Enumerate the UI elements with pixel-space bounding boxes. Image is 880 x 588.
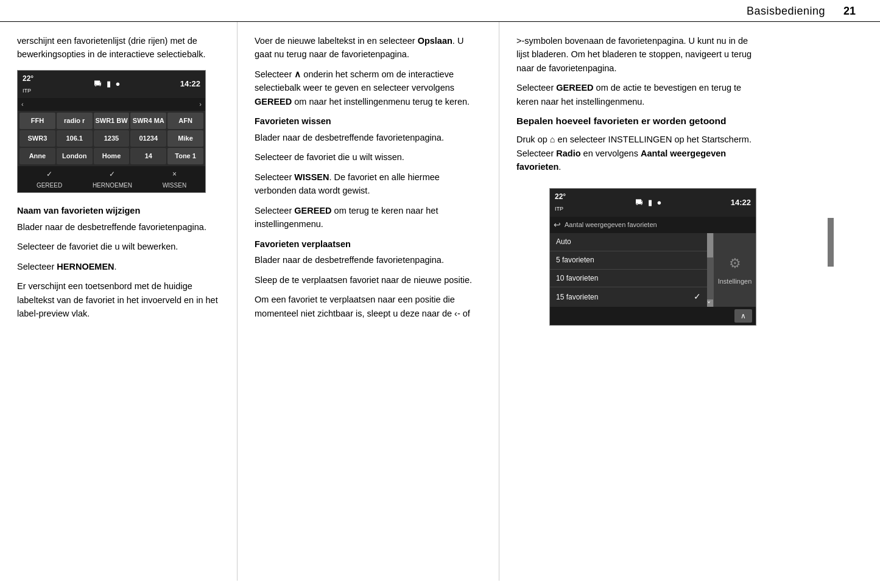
radio-cell-tone1[interactable]: Tone 1 [167, 148, 203, 164]
right-p1: >-symbolen bovenaan de favorietenpagina.… [516, 34, 756, 75]
sw-time: 14:22 [731, 197, 751, 209]
gear-icon: ⚙ [729, 253, 741, 274]
section-title-bepalen: Bepalen hoeveel favorieten er worden get… [516, 114, 756, 128]
radio-cell-radior[interactable]: radio r [57, 113, 93, 129]
rename-p1: Blader naar de desbetreffende favorieten… [17, 220, 220, 234]
sw-nav-bar: ↩ Aantal weergegeven favorieten [550, 217, 756, 234]
sw-back-icon[interactable]: ↩ [554, 219, 561, 232]
rename-p4: Er verschijnt een toetsenbord met de hui… [17, 279, 220, 320]
radio-cell-home[interactable]: Home [94, 148, 130, 164]
sw-content-row: Auto 5 favorieten 10 favorieten 15 favor… [550, 233, 756, 306]
radio-top-bar: 22° ITP ⛟ ▮ ● 14:22 [18, 71, 205, 98]
radio-time: 14:22 [180, 78, 200, 90]
list-item-15fav[interactable]: 15 favorieten ✓ [550, 287, 707, 307]
nav-right-icon[interactable]: › [199, 99, 202, 110]
hernoemen-button[interactable]: ✓ HERNOEMEN [93, 169, 132, 190]
nav-left-icon[interactable]: ‹ [21, 99, 24, 110]
radio-grid: FFH radio r SWR1 BW SWR4 MA AFN SWR3 106… [18, 111, 205, 166]
radio-icons: ⛟ ▮ ● [94, 78, 121, 90]
radio-cell-swr3[interactable]: SWR3 [19, 130, 55, 147]
radio-cell-afn[interactable]: AFN [167, 113, 203, 129]
wissen-p1: Blader naar de desbetreffende favorieten… [255, 131, 482, 144]
left-column: verschijnt een favorietenlijst (drie rij… [0, 22, 238, 581]
scroll-down: ˅ [707, 299, 713, 307]
sw-bottom-bar: ∧ [550, 307, 756, 326]
right-p2: Selecteer GEREED om de actie te bevestig… [516, 81, 756, 108]
radio-cell-swr4ma[interactable]: SWR4 MA [130, 113, 166, 129]
list-item-5fav[interactable]: 5 favorieten [550, 251, 707, 270]
right-p3: Druk op ⌂ en selecteer INSTELLINGEN op h… [516, 133, 756, 173]
sw-list-header-label: Aantal weergegeven favorieten [565, 220, 657, 230]
road-icon: ⛟ [94, 78, 102, 90]
section-title-rename: Naam van favorieten wijzigen [17, 204, 220, 217]
opslaan-label: Opslaan [418, 36, 452, 46]
page-header: Basisbediening 21 [0, 0, 880, 22]
middle-column: Voer de nieuwe labeltekst in en selectee… [238, 22, 499, 581]
rename-p3: Selecteer HERNOEMEN. [17, 260, 220, 273]
wissen-p3: Selecteer WISSEN. De favoriet en alle hi… [255, 170, 482, 198]
wissen-p4: Selecteer GEREED om terug te keren naar … [255, 204, 482, 231]
sw-bar-icon: ▮ [648, 197, 652, 209]
settings-label: Instellingen [718, 276, 752, 287]
rename-p2: Selecteer de favoriet die u wilt bewerke… [17, 240, 220, 253]
radio-cell-ffh[interactable]: FFH [19, 113, 55, 129]
radio-nav-bar: ‹ › [18, 98, 205, 111]
verplaatsen-p1: Blader naar de desbetreffende favorieten… [255, 253, 482, 267]
scroll-track: ˅ [707, 233, 713, 306]
radio-cell-anne[interactable]: Anne [19, 148, 55, 164]
radio-cell-mike[interactable]: Mike [167, 130, 203, 147]
mid-p1: Voer de nieuwe labeltekst in en selectee… [255, 34, 482, 61]
sw-temp: 22° ITP [555, 191, 566, 214]
list-item-10fav[interactable]: 10 favorieten [550, 270, 707, 288]
hernoemen-label: HERNOEMEN [57, 262, 114, 271]
section-title-verplaatsen: Favorieten verplaatsen [255, 237, 482, 251]
wissen-button[interactable]: × WISSEN [163, 169, 186, 190]
scrollbar [828, 218, 834, 267]
settings-side-panel: ⚙ Instellingen [713, 233, 756, 306]
radio-temp: 22° ITP [23, 73, 33, 96]
radio-widget-left: 22° ITP ⛟ ▮ ● 14:22 ‹ › FFH radio r SWR [17, 70, 206, 193]
settings-widget: 22° ITP ⛟ ▮ ● 14:22 ↩ Aantal weergegeven… [549, 188, 756, 326]
gereed-button[interactable]: ✓ GEREED [37, 169, 62, 190]
bar-icon: ▮ [107, 78, 111, 90]
sw-road-icon: ⛟ [635, 197, 643, 209]
page-number: 21 [843, 5, 856, 18]
radio-cell-14[interactable]: 14 [130, 148, 166, 164]
section-title-wissen: Favorieten wissen [255, 114, 482, 128]
list-item-auto[interactable]: Auto [550, 233, 707, 251]
circle-icon: ● [116, 78, 121, 90]
chevron-up-button[interactable]: ∧ [734, 309, 752, 323]
radio-cell-1061[interactable]: 106.1 [57, 130, 93, 147]
sw-list-area: Auto 5 favorieten 10 favorieten 15 favor… [550, 233, 707, 306]
intro-text: verschijnt een favorietenlijst (drie rij… [17, 34, 220, 61]
radio-bottom-bar: ✓ GEREED ✓ HERNOEMEN × WISSEN [18, 166, 205, 192]
gereed-label: GEREED [255, 97, 292, 107]
sw-top-bar: 22° ITP ⛟ ▮ ● 14:22 [550, 189, 756, 216]
checkmark-icon: ✓ [694, 290, 701, 304]
verplaatsen-p2: Sleep de te verplaatsen favoriet naar de… [255, 273, 482, 287]
delete-icon: × [172, 169, 177, 180]
scroll-thumb [707, 233, 713, 257]
sw-circle-icon: ● [657, 197, 662, 209]
verplaatsen-p3: Om een favoriet te verplaatsen naar een … [255, 293, 482, 320]
check-icon: ✓ [46, 169, 52, 180]
mid-p2: Selecteer ∧ onderin het scherm om de int… [255, 68, 482, 108]
radio-cell-swr1bw[interactable]: SWR1 BW [94, 113, 130, 129]
header-title: Basisbediening [747, 5, 825, 18]
wissen-p2: Selecteer de favoriet die u wilt wissen. [255, 150, 482, 164]
rename-icon: ✓ [109, 169, 115, 180]
right-column: >-symbolen bovenaan de favorietenpagina.… [499, 22, 773, 581]
content-area: verschijnt een favorietenlijst (drie rij… [0, 22, 880, 581]
radio-cell-london[interactable]: London [57, 148, 93, 164]
radio-cell-01234[interactable]: 01234 [130, 130, 166, 147]
radio-cell-1235[interactable]: 1235 [94, 130, 130, 147]
sw-icons: ⛟ ▮ ● [635, 197, 662, 209]
